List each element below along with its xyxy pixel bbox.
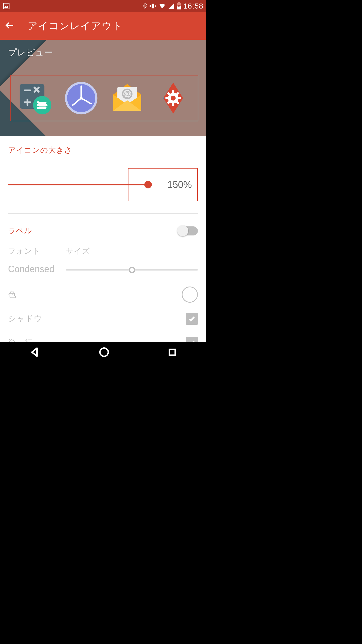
svg-rect-2	[152, 4, 154, 9]
svg-marker-1	[4, 6, 9, 8]
svg-rect-8	[38, 102, 47, 104]
svg-rect-0	[4, 3, 9, 9]
icon-size-value: 150%	[167, 179, 192, 190]
nav-back-button[interactable]	[29, 346, 41, 358]
nova-settings-icon	[156, 80, 191, 116]
check-icon	[188, 315, 196, 323]
svg-point-27	[100, 348, 108, 356]
preview-panel: プレビュー	[0, 40, 206, 136]
label-section-title: ラベル	[8, 226, 32, 236]
svg-rect-19	[172, 102, 174, 106]
svg-rect-4	[178, 2, 180, 3]
shadow-label: シャドウ	[8, 313, 42, 324]
font-dropdown[interactable]: Condensed	[8, 264, 58, 274]
preview-icon-row: @	[10, 75, 198, 121]
svg-point-26	[171, 96, 176, 101]
icon-size-slider[interactable]	[8, 180, 148, 190]
label-color-picker[interactable]	[182, 287, 198, 303]
color-label: 色	[8, 289, 16, 300]
label-size-slider[interactable]	[66, 265, 198, 275]
cell-signal-icon	[168, 3, 175, 10]
clock-icon	[64, 80, 99, 116]
font-value: Condensed	[8, 264, 54, 274]
label-toggle[interactable]	[178, 226, 198, 235]
section-divider	[8, 213, 198, 214]
size-heading: サイズ	[66, 246, 198, 256]
nav-home-button[interactable]	[99, 347, 110, 358]
android-nav-bar	[0, 342, 206, 362]
svg-rect-9	[38, 107, 47, 109]
battery-icon: 57	[176, 2, 182, 10]
clock-text: 16:58	[183, 2, 203, 10]
svg-point-12	[80, 97, 82, 99]
svg-rect-21	[177, 97, 181, 99]
app-bar: アイコンレイアウト	[0, 12, 206, 40]
svg-rect-20	[166, 97, 169, 99]
page-title: アイコンレイアウト	[28, 19, 123, 33]
bluetooth-icon	[142, 3, 148, 10]
svg-text:@: @	[123, 90, 131, 98]
email-icon: @	[110, 80, 145, 116]
svg-rect-18	[172, 90, 174, 94]
vibrate-icon	[149, 3, 157, 10]
status-bar: 57 16:58	[0, 0, 206, 12]
svg-rect-28	[169, 349, 175, 355]
nav-recent-button[interactable]	[167, 347, 177, 357]
shadow-checkbox[interactable]	[186, 313, 198, 325]
picture-icon	[3, 2, 10, 10]
calculator-icon	[18, 80, 53, 116]
font-heading: フォント	[8, 246, 58, 256]
wifi-icon	[158, 3, 166, 10]
icon-size-title: アイコンの大きさ	[8, 145, 198, 155]
back-button[interactable]	[5, 20, 15, 32]
preview-label: プレビュー	[8, 47, 53, 58]
